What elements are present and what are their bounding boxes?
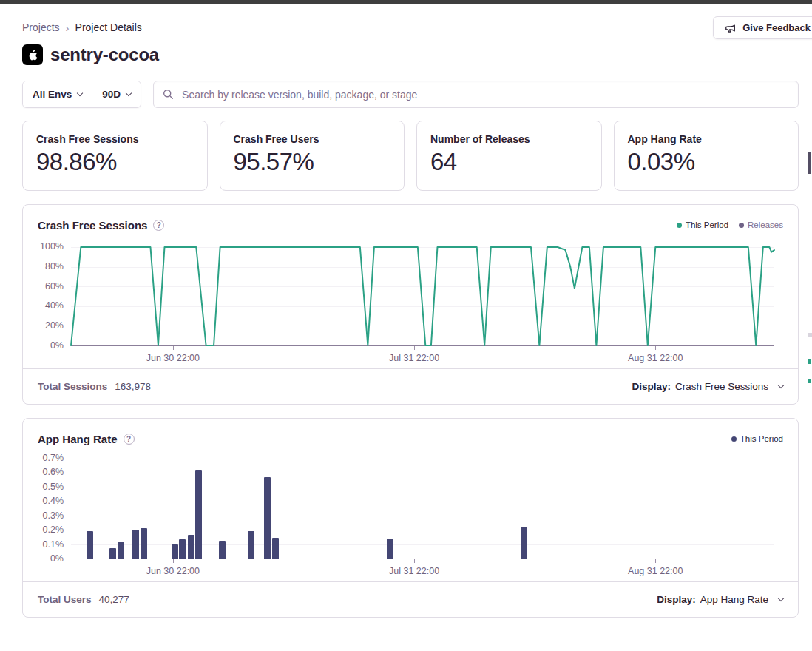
- x-axis-labels: Jun 30 22:00Jul 31 22:00Aug 31 22:00: [71, 346, 774, 367]
- stat-card-label: Crash Free Users: [234, 133, 391, 145]
- x-tick-label: Jun 30 22:00: [146, 353, 200, 363]
- y-tick-label: 0%: [50, 340, 64, 351]
- gridline: [71, 473, 774, 473]
- x-tick-label: Jun 30 22:00: [146, 566, 200, 576]
- stat-card-value: 0.03%: [628, 148, 785, 176]
- y-tick-label: 60%: [45, 281, 64, 291]
- y-tick-label: 0.4%: [43, 496, 64, 506]
- x-tick-label: Aug 31 22:00: [628, 353, 683, 363]
- stat-card-value: 98.86%: [36, 148, 194, 176]
- panel-header: Crash Free Sessions ? This PeriodRelease…: [23, 205, 798, 233]
- y-tick-label: 100%: [40, 241, 64, 252]
- y-tick-label: 0.7%: [43, 453, 64, 463]
- display-value: App Hang Rate: [700, 594, 768, 605]
- x-tick-label: Jul 31 22:00: [389, 353, 439, 363]
- date-range-selector[interactable]: 90D: [92, 81, 141, 107]
- stat-card-number-of-releases: Number of Releases 64: [416, 121, 602, 191]
- bar-series-item[interactable]: [521, 527, 527, 559]
- stat-card-label: Crash Free Sessions: [36, 133, 194, 145]
- x-tick-mark: [414, 559, 415, 563]
- crash-free-sessions-chart[interactable]: [71, 247, 774, 346]
- chart-area: 0.7%0.6%0.5%0.4%0.3%0.2%0.1%0%: [23, 459, 774, 559]
- chevron-down-icon: [778, 595, 784, 601]
- gridline: [71, 516, 774, 516]
- bar-series-item[interactable]: [195, 470, 202, 559]
- bar-series-item[interactable]: [387, 539, 393, 559]
- clipped-right-content: [808, 379, 811, 383]
- question-circle-icon[interactable]: ?: [124, 434, 135, 445]
- bar-series-item[interactable]: [219, 541, 226, 559]
- y-tick-label: 0.2%: [43, 524, 64, 535]
- y-tick-label: 0.6%: [43, 467, 64, 477]
- display-metric-selector[interactable]: Display: Crash Free Sessions: [632, 381, 783, 392]
- breadcrumb-current-page: Project Details: [75, 21, 142, 33]
- chart-legend: This PeriodReleases: [677, 220, 783, 229]
- environment-selector[interactable]: All Envs: [23, 81, 92, 107]
- display-value: Crash Free Sessions: [675, 381, 768, 392]
- app-hang-rate-panel: App Hang Rate ? This Period 0.7%0.6%0.5%…: [22, 418, 799, 618]
- bar-series-item[interactable]: [141, 528, 147, 559]
- y-tick-label: 0.1%: [43, 539, 64, 550]
- filter-bar: All Envs 90D: [22, 81, 799, 108]
- legend-item[interactable]: This Period: [731, 434, 783, 443]
- stat-cards-row: Crash Free Sessions 98.86% Crash Free Us…: [22, 121, 799, 191]
- panel-title: Crash Free Sessions: [38, 219, 147, 232]
- breadcrumb-projects-link[interactable]: Projects: [22, 21, 60, 33]
- chevron-down-icon: [778, 382, 784, 388]
- bar-series-item[interactable]: [109, 548, 116, 559]
- stat-card-label: Number of Releases: [430, 133, 588, 145]
- stat-card-value: 95.57%: [234, 148, 391, 176]
- y-tick-label: 40%: [45, 300, 64, 311]
- search-icon: [163, 89, 174, 100]
- x-tick-mark: [655, 346, 656, 350]
- display-label: Display:: [632, 381, 671, 392]
- bar-series-item[interactable]: [118, 542, 124, 559]
- apple-platform-icon: [22, 44, 43, 65]
- legend-item[interactable]: Releases: [739, 220, 783, 229]
- gridline: [71, 530, 774, 530]
- legend-item[interactable]: This Period: [677, 220, 728, 229]
- legend-dot-icon: [731, 436, 737, 442]
- search-input[interactable]: [180, 88, 789, 101]
- project-title-row: sentry-cocoa: [22, 44, 799, 65]
- panel-footer: Total Users 40,277 Display: App Hang Rat…: [23, 581, 798, 617]
- stat-card-app-hang-rate: App Hang Rate 0.03%: [614, 121, 799, 191]
- stat-card-crash-free-sessions: Crash Free Sessions 98.86%: [22, 121, 208, 191]
- panel-header: App Hang Rate ? This Period: [23, 419, 798, 447]
- y-tick-label: 0.3%: [43, 510, 64, 521]
- y-tick-label: 20%: [45, 320, 64, 331]
- bar-series-item[interactable]: [188, 535, 194, 559]
- breadcrumb-separator-icon: ›: [66, 22, 70, 33]
- clipped-right-content: [808, 359, 811, 364]
- y-tick-label: 0.5%: [43, 482, 64, 492]
- bar-series-item[interactable]: [179, 539, 186, 559]
- app-hang-rate-chart[interactable]: [71, 459, 774, 559]
- total-sessions-value: 163,978: [115, 381, 151, 392]
- x-tick-label: Jul 31 22:00: [389, 566, 439, 576]
- gridline: [71, 488, 774, 488]
- y-tick-label: 0%: [50, 553, 64, 564]
- chart-area: 100%80%60%40%20%0%: [23, 247, 774, 346]
- date-range-selector-label: 90D: [102, 89, 121, 100]
- panel-footer: Total Sessions 163,978 Display: Crash Fr…: [23, 368, 798, 404]
- display-label: Display:: [657, 594, 696, 605]
- clipped-right-content: [808, 152, 811, 174]
- stat-card-value: 64: [430, 148, 588, 176]
- bar-series-item[interactable]: [272, 538, 279, 559]
- bar-series-item[interactable]: [87, 531, 93, 559]
- question-circle-icon[interactable]: ?: [153, 220, 164, 231]
- release-search-box: [153, 81, 799, 108]
- gridline: [71, 502, 774, 502]
- clipped-right-content: [808, 333, 812, 337]
- environment-selector-label: All Envs: [33, 89, 72, 100]
- display-metric-selector[interactable]: Display: App Hang Rate: [657, 594, 783, 605]
- total-sessions-label: Total Sessions: [38, 381, 107, 392]
- gridline: [71, 459, 774, 459]
- page-title: sentry-cocoa: [50, 44, 159, 65]
- y-tick-label: 80%: [45, 261, 64, 271]
- bar-series-item[interactable]: [248, 531, 254, 559]
- x-axis-labels: Jun 30 22:00Jul 31 22:00Aug 31 22:00: [71, 559, 774, 580]
- bar-series-item[interactable]: [172, 544, 178, 559]
- bar-series-item[interactable]: [132, 530, 139, 559]
- bar-series-item[interactable]: [264, 477, 271, 559]
